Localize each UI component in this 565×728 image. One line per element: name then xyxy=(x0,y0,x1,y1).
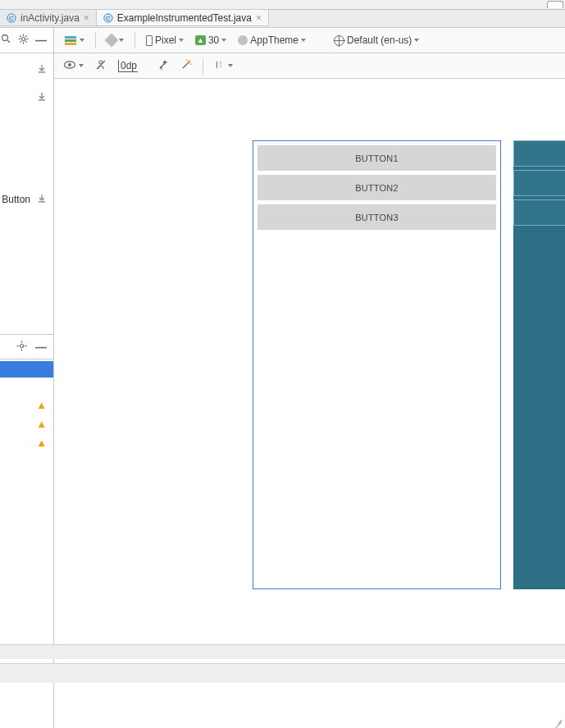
status-bar xyxy=(0,644,565,659)
layout-button-1[interactable]: BUTTON1 xyxy=(257,145,496,171)
chevron-down-icon xyxy=(179,39,184,42)
svg-text:I: I xyxy=(216,60,218,70)
tab-inactivity[interactable]: C inActivity.java × xyxy=(0,9,97,26)
collapse-icon[interactable]: — xyxy=(35,34,47,47)
resize-grip-icon[interactable] xyxy=(553,716,564,727)
warning-icon[interactable]: ▲ xyxy=(36,437,47,449)
svg-point-15 xyxy=(21,344,24,347)
tab-example-instrumented-test[interactable]: C ExampleInstrumentedTest.java × xyxy=(97,9,269,26)
design-config-toolbar: Pixel ▲ 30 AppTheme Default (en-us) xyxy=(54,28,565,53)
svg-point-21 xyxy=(68,63,71,66)
margin-value: 0dp xyxy=(118,60,138,72)
tool-bar-bottom xyxy=(0,663,565,683)
chevron-down-icon xyxy=(228,64,233,67)
warning-icon[interactable]: ▲ xyxy=(36,418,47,430)
svg-point-6 xyxy=(22,38,25,41)
tab-label: inActivity.java xyxy=(21,12,80,24)
chevron-down-icon xyxy=(414,39,419,42)
eye-icon xyxy=(63,60,76,72)
surface-selector[interactable] xyxy=(59,32,89,49)
guidelines[interactable]: I xyxy=(210,57,237,75)
svg-line-12 xyxy=(25,41,27,43)
search-icon[interactable] xyxy=(1,34,11,47)
infer-constraints[interactable] xyxy=(176,57,196,75)
svg-text:C: C xyxy=(106,15,111,22)
chevron-down-icon xyxy=(79,64,84,67)
device-label: Pixel xyxy=(155,34,176,46)
tab-label: ExampleInstrumentedTest.java xyxy=(117,12,252,24)
blueprint-button-outline[interactable] xyxy=(513,140,565,167)
theme-icon xyxy=(238,35,248,45)
close-icon[interactable]: × xyxy=(84,13,89,23)
svg-line-13 xyxy=(20,41,21,43)
button-text: BUTTON2 xyxy=(355,183,399,193)
svg-point-26 xyxy=(186,59,188,61)
layout-button-3[interactable]: BUTTON3 xyxy=(257,204,496,230)
download-icon[interactable] xyxy=(37,64,47,76)
clear-constraints[interactable]: x xyxy=(153,57,173,75)
chevron-down-icon xyxy=(301,39,306,42)
wand-icon xyxy=(180,59,192,73)
orientation-selector[interactable] xyxy=(103,34,128,47)
blueprint-button-outline[interactable] xyxy=(513,170,565,196)
download-icon[interactable] xyxy=(37,92,47,104)
separator xyxy=(203,57,203,74)
theme-selector[interactable]: AppTheme xyxy=(234,33,310,48)
separator xyxy=(95,32,96,48)
svg-line-11 xyxy=(20,35,21,37)
editor-tab-bar: C inActivity.java × C ExampleInstrumente… xyxy=(0,10,565,28)
design-surface[interactable]: BUTTON1 BUTTON2 BUTTON3 xyxy=(54,79,565,728)
svg-point-4 xyxy=(2,35,8,41)
palette-item-label: Button xyxy=(2,194,30,205)
globe-icon xyxy=(334,35,344,46)
chevron-down-icon xyxy=(221,39,226,42)
default-margin[interactable]: 0dp xyxy=(114,58,142,74)
warning-icon[interactable]: ▲ xyxy=(36,399,47,411)
button-text: BUTTON1 xyxy=(355,153,399,163)
api-selector[interactable]: ▲ 30 xyxy=(191,33,230,48)
android-icon: ▲ xyxy=(195,35,206,45)
svg-point-27 xyxy=(190,63,192,65)
palette-panel: — Button xyxy=(0,28,54,728)
text-icon: I xyxy=(214,59,226,73)
layout-button-2[interactable]: BUTTON2 xyxy=(257,175,496,200)
api-label: 30 xyxy=(208,34,219,46)
design-canvas[interactable]: BUTTON1 BUTTON2 BUTTON3 xyxy=(253,140,501,589)
design-tools-toolbar: 0dp x I xyxy=(54,53,565,79)
theme-label: AppTheme xyxy=(250,34,298,46)
svg-line-14 xyxy=(25,35,27,37)
gear-icon[interactable] xyxy=(18,34,29,47)
locale-label: Default (en-us) xyxy=(347,34,412,46)
chevron-down-icon xyxy=(80,39,84,42)
stack-icon xyxy=(63,34,77,48)
collapse-icon[interactable]: — xyxy=(35,341,47,354)
locale-selector[interactable]: Default (en-us) xyxy=(330,33,423,48)
svg-line-23 xyxy=(97,61,105,69)
chevron-down-icon xyxy=(119,39,124,42)
button-text: BUTTON3 xyxy=(355,213,399,222)
svg-point-25 xyxy=(189,60,191,62)
download-icon[interactable] xyxy=(37,194,47,206)
svg-text:C: C xyxy=(9,15,14,22)
disable-a11y[interactable] xyxy=(91,57,111,75)
phone-icon xyxy=(146,35,153,46)
device-selector[interactable]: Pixel xyxy=(142,33,188,48)
view-options[interactable] xyxy=(59,58,88,74)
separator xyxy=(134,32,135,48)
svg-text:x: x xyxy=(160,65,163,71)
palette-item-button[interactable]: Button xyxy=(0,183,53,216)
clear-constraints-icon: x xyxy=(157,59,169,73)
blueprint-canvas[interactable] xyxy=(513,140,565,589)
class-file-icon: C xyxy=(103,13,113,23)
close-icon[interactable]: × xyxy=(256,13,262,23)
blueprint-button-outline[interactable] xyxy=(513,199,565,226)
svg-line-5 xyxy=(7,40,10,43)
class-file-icon: C xyxy=(7,13,16,23)
orientation-icon xyxy=(105,34,119,48)
no-access-icon xyxy=(95,59,107,73)
layout-editor: Pixel ▲ 30 AppTheme Default (en-us) xyxy=(54,28,565,728)
gear-icon[interactable] xyxy=(16,341,27,354)
tree-selected-row[interactable] xyxy=(0,361,53,378)
